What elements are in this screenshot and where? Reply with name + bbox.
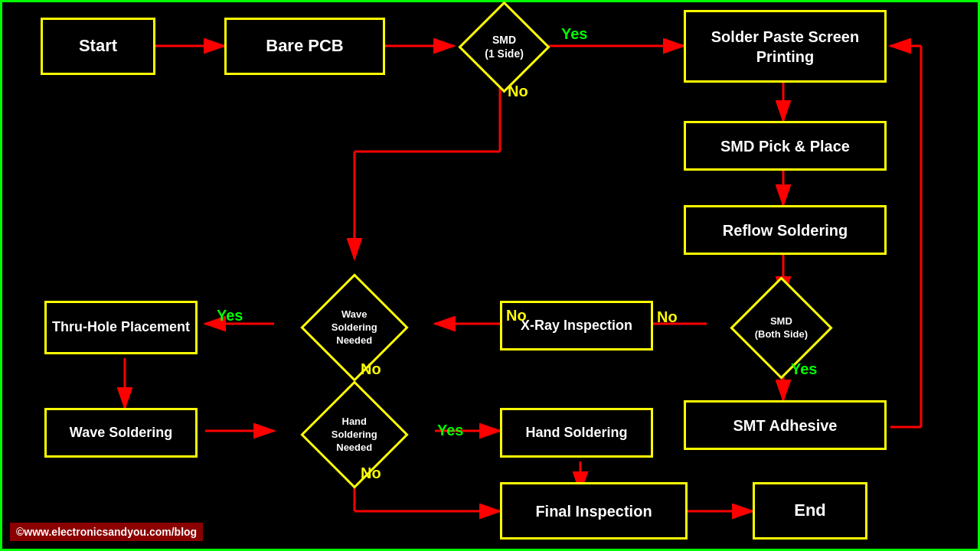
no-label-xray: No	[506, 307, 527, 324]
yes-label-wave: Yes	[217, 307, 243, 324]
start-box: Start	[41, 18, 155, 75]
yes-label-smd1: Yes	[561, 25, 587, 43]
smd-pick-place-box: SMD Pick & Place	[684, 121, 887, 171]
solder-paste-box: Solder Paste Screen Printing	[684, 10, 887, 83]
hand-soldering-needed-diamond: HandSolderingNeeded	[274, 396, 435, 473]
arrows-svg	[2, 2, 980, 551]
smd-1side-diamond: SMD(1 Side)	[454, 10, 554, 83]
smt-adhesive-box: SMT Adhesive	[684, 400, 887, 450]
yes-label-hand: Yes	[437, 422, 463, 439]
flowchart: Start Bare PCB SMD(1 Side) Yes No Solder…	[0, 0, 980, 551]
no-label-smd1: No	[508, 83, 528, 100]
yes-label-smd-both: Yes	[791, 360, 817, 378]
hand-soldering-box: Hand Soldering	[500, 408, 653, 458]
smd-both-side-diamond: SMD(Both Side)	[707, 289, 856, 366]
final-inspection-box: Final Inspection	[500, 482, 688, 540]
wave-soldering-box: Wave Soldering	[44, 408, 198, 458]
wave-soldering-needed-diamond: WaveSolderingNeeded	[274, 289, 435, 366]
end-box: End	[753, 482, 867, 540]
bare-pcb-box: Bare PCB	[224, 18, 385, 75]
no-label-wave: No	[361, 360, 381, 378]
copyright-label: ©www.electronicsandyou.com/blog	[10, 523, 203, 541]
no-label-hand: No	[361, 465, 381, 482]
no-label-smd-both: No	[657, 308, 678, 326]
thru-hole-box: Thru-Hole Placement	[44, 301, 198, 354]
reflow-soldering-box: Reflow Soldering	[684, 205, 887, 255]
